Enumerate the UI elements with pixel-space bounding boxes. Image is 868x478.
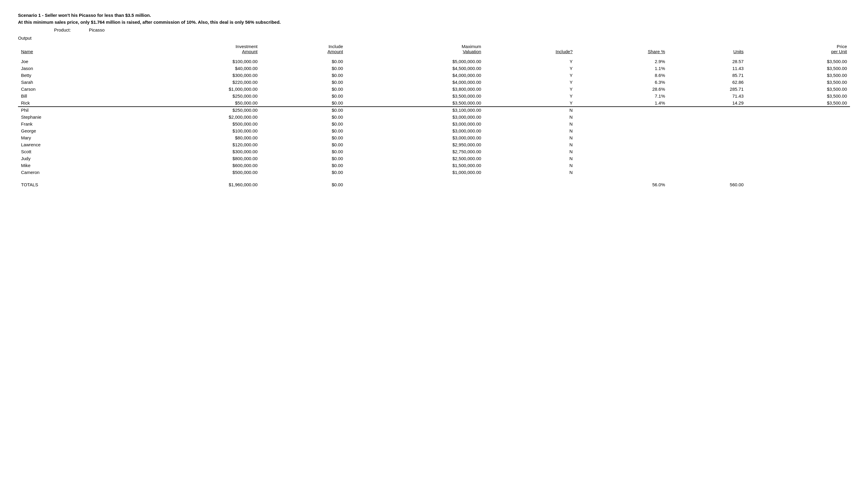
col-header-investment: Amount	[122, 49, 260, 55]
cell-share-pct	[576, 120, 668, 127]
included-row: Betty $300,000.00 $0.00 $4,000,000.00 Y …	[18, 72, 850, 79]
cell-include-amt: $0.00	[261, 86, 346, 93]
cell-name: Sarah	[18, 79, 122, 86]
cell-max-val: $3,500,000.00	[346, 99, 484, 107]
cell-include-q: N	[484, 148, 576, 155]
cell-include-q: N	[484, 169, 576, 176]
cell-include-amt: $0.00	[261, 107, 346, 114]
cell-include-q: Y	[484, 58, 576, 65]
excluded-row: Scott $300,000.00 $0.00 $2,750,000.00 N	[18, 148, 850, 155]
col-header-share-top	[576, 43, 668, 49]
cell-price	[747, 127, 850, 134]
cell-include-q: N	[484, 162, 576, 169]
cell-max-val: $4,500,000.00	[346, 65, 484, 72]
cell-include-q: N	[484, 107, 576, 114]
cell-share-pct: 1.4%	[576, 99, 668, 107]
cell-investment: $220,000.00	[122, 79, 260, 86]
cell-max-val: $3,000,000.00	[346, 127, 484, 134]
cell-include-amt: $0.00	[261, 120, 346, 127]
col-header-include-q: Include?	[484, 49, 576, 55]
cell-share-pct	[576, 162, 668, 169]
cell-include-amt: $0.00	[261, 114, 346, 120]
excluded-row: Cameron $500,000.00 $0.00 $1,000,000.00 …	[18, 169, 850, 176]
totals-max-val	[346, 181, 484, 188]
cell-investment: $2,000,000.00	[122, 114, 260, 120]
cell-investment: $250,000.00	[122, 107, 260, 114]
cell-investment: $80,000.00	[122, 134, 260, 141]
excluded-row: Stephanie $2,000,000.00 $0.00 $3,000,000…	[18, 114, 850, 120]
cell-share-pct: 1.1%	[576, 65, 668, 72]
cell-units: 71.43	[668, 93, 746, 99]
cell-price	[747, 114, 850, 120]
cell-max-val: $3,000,000.00	[346, 114, 484, 120]
excluded-row: Mike $600,000.00 $0.00 $1,500,000.00 N	[18, 162, 850, 169]
cell-include-amt: $0.00	[261, 134, 346, 141]
cell-units	[668, 141, 746, 148]
cell-units: 11.43	[668, 65, 746, 72]
cell-price	[747, 107, 850, 114]
included-row: Joe $100,000.00 $0.00 $5,000,000.00 Y 2.…	[18, 58, 850, 65]
totals-share-pct: 56.0%	[576, 181, 668, 188]
cell-include-q: N	[484, 114, 576, 120]
cell-include-q: Y	[484, 86, 576, 93]
cell-name: Stephanie	[18, 114, 122, 120]
scenario-title: Scenario 1 - Seller won't his Picasso fo…	[18, 12, 850, 40]
cell-investment: $40,000.00	[122, 65, 260, 72]
cell-price: $3,500.00	[747, 86, 850, 93]
cell-include-amt: $0.00	[261, 65, 346, 72]
cell-share-pct	[576, 169, 668, 176]
cell-units: 14.29	[668, 99, 746, 107]
col-header-include: Amount	[261, 49, 346, 55]
cell-share-pct: 8.6%	[576, 72, 668, 79]
cell-max-val: $3,500,000.00	[346, 93, 484, 99]
col-header-include-top: Include	[261, 43, 346, 49]
cell-price: $3,500.00	[747, 72, 850, 79]
cell-price	[747, 169, 850, 176]
cell-share-pct: 7.1%	[576, 93, 668, 99]
cell-investment: $300,000.00	[122, 148, 260, 155]
totals-label: TOTALS	[18, 181, 122, 188]
cell-include-q: N	[484, 120, 576, 127]
cell-units	[668, 127, 746, 134]
cell-price: $3,500.00	[747, 79, 850, 86]
cell-price: $3,500.00	[747, 58, 850, 65]
cell-max-val: $2,950,000.00	[346, 141, 484, 148]
included-row: Jason $40,000.00 $0.00 $4,500,000.00 Y 1…	[18, 65, 850, 72]
cell-units	[668, 134, 746, 141]
cell-price: $3,500.00	[747, 99, 850, 107]
totals-investment: $1,960,000.00	[122, 181, 260, 188]
cell-name: Rick	[18, 99, 122, 107]
cell-max-val: $3,000,000.00	[346, 120, 484, 127]
cell-name: Betty	[18, 72, 122, 79]
cell-include-q: N	[484, 127, 576, 134]
cell-max-val: $3,100,000.00	[346, 107, 484, 114]
cell-investment: $600,000.00	[122, 162, 260, 169]
cell-include-q: N	[484, 141, 576, 148]
cell-price: $3,500.00	[747, 93, 850, 99]
cell-investment: $120,000.00	[122, 141, 260, 148]
totals-price	[747, 181, 850, 188]
cell-include-amt: $0.00	[261, 155, 346, 162]
cell-include-q: N	[484, 155, 576, 162]
col-header-share: Share %	[576, 49, 668, 55]
col-header-name-top	[18, 43, 122, 49]
cell-name: Scott	[18, 148, 122, 155]
cell-investment: $1,000,000.00	[122, 86, 260, 93]
cell-units	[668, 162, 746, 169]
cell-include-amt: $0.00	[261, 141, 346, 148]
cell-include-q: Y	[484, 93, 576, 99]
cell-investment: $100,000.00	[122, 58, 260, 65]
excluded-row: Phil $250,000.00 $0.00 $3,100,000.00 N	[18, 107, 850, 114]
cell-share-pct: 28.6%	[576, 86, 668, 93]
cell-units: 285.71	[668, 86, 746, 93]
cell-max-val: $3,000,000.00	[346, 134, 484, 141]
title-line2: At this minimum sales price, only $1.764…	[18, 19, 850, 26]
cell-name: Frank	[18, 120, 122, 127]
totals-include-q	[484, 181, 576, 188]
output-label: Output	[18, 35, 850, 40]
cell-name: Carson	[18, 86, 122, 93]
cell-units	[668, 155, 746, 162]
cell-name: Bill	[18, 93, 122, 99]
cell-max-val: $1,500,000.00	[346, 162, 484, 169]
cell-name: Jason	[18, 65, 122, 72]
